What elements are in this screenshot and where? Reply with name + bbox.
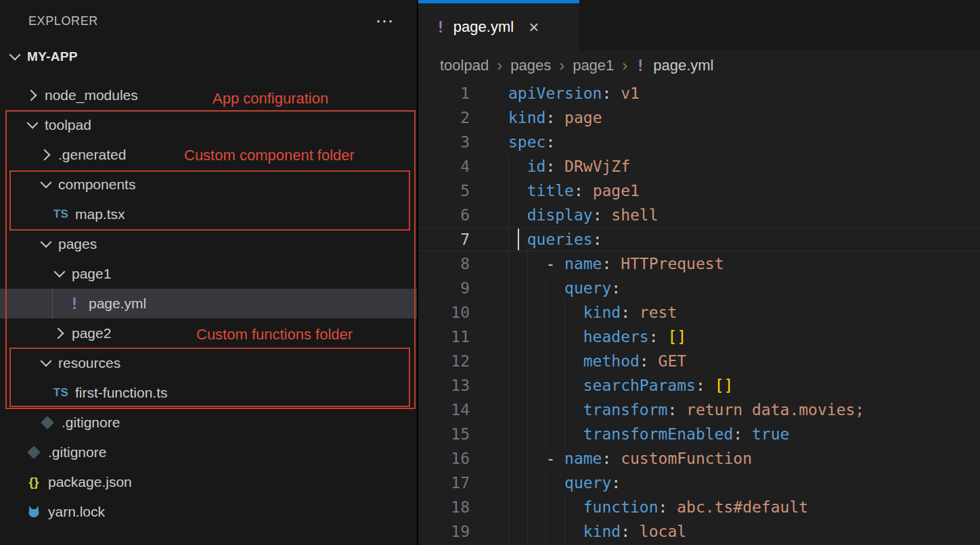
indent-guide: [545, 519, 564, 544]
tree-item-label: components: [58, 176, 135, 193]
line-content: kind: rest: [470, 300, 677, 325]
indent-guide: [545, 300, 564, 325]
code-line-12[interactable]: 12method: GET: [418, 349, 980, 373]
code-line-2[interactable]: 2kind: page: [418, 105, 980, 130]
line-number[interactable]: 6: [418, 203, 470, 227]
root-folder-label: MY-APP: [27, 49, 78, 64]
line-number[interactable]: 19: [418, 519, 470, 544]
code-editor[interactable]: 1apiVersion: v12kind: page3spec:4id: DRw…: [418, 81, 980, 545]
code-line-18[interactable]: 18function: abc.ts#default: [418, 495, 980, 519]
indent-guide: [508, 203, 527, 227]
line-number[interactable]: 11: [418, 325, 470, 349]
code-token: transformEnabled: [583, 425, 734, 443]
tree-item-first-function-ts[interactable]: TSfirst-function.ts: [0, 378, 417, 408]
code-line-14[interactable]: 14transform: return data.movies;: [418, 398, 980, 422]
code-line-17[interactable]: 17query:: [418, 471, 980, 495]
tree-item--generated[interactable]: .generated: [0, 140, 417, 170]
line-content: spec:: [470, 130, 555, 154]
tree-item-package-json[interactable]: {}package.json: [0, 467, 417, 497]
breadcrumb-item-page-yml[interactable]: page.yml: [653, 57, 713, 74]
code-line-3[interactable]: 3spec:: [418, 130, 980, 154]
line-number[interactable]: 1: [418, 81, 470, 105]
code-line-7[interactable]: 7queries:: [418, 227, 980, 252]
line-content: method: GET: [470, 349, 686, 373]
line-content: id: DRwVjZf: [470, 154, 630, 179]
code-line-8[interactable]: 8- name: HTTPrequest: [418, 252, 980, 276]
line-number[interactable]: 16: [418, 446, 470, 471]
code-line-11[interactable]: 11headers: []: [418, 325, 980, 349]
indent-guide: [508, 252, 527, 276]
line-number[interactable]: 12: [418, 349, 470, 373]
indent-guide: [527, 471, 546, 495]
indent-guide: [508, 398, 527, 422]
line-number[interactable]: 15: [418, 422, 470, 446]
breadcrumb-item-page1[interactable]: page1: [573, 57, 614, 74]
indent-guide: [527, 349, 546, 373]
tree-item-page-yml[interactable]: !page.yml: [0, 289, 417, 318]
indent-guide: [545, 495, 564, 519]
tree-item-page2[interactable]: page2: [0, 318, 417, 348]
json-braces-icon: {}: [24, 473, 43, 492]
tab-page-yml[interactable]: ! page.yml ×: [418, 0, 579, 50]
breadcrumb-item-toolpad[interactable]: toolpad: [440, 57, 489, 74]
more-actions-icon[interactable]: ⋯: [375, 12, 394, 30]
line-content: apiVersion: v1: [470, 81, 640, 105]
tree-item-pages[interactable]: pages: [0, 229, 417, 259]
breadcrumb-item-pages[interactable]: pages: [510, 57, 551, 74]
tree-item-label: package.json: [48, 474, 132, 490]
line-number[interactable]: 3: [418, 130, 470, 154]
code-line-4[interactable]: 4id: DRwVjZf: [418, 154, 980, 179]
yaml-icon: !: [65, 294, 84, 313]
code-line-10[interactable]: 10kind: rest: [418, 300, 980, 325]
code-line-16[interactable]: 16- name: customFunction: [418, 446, 980, 471]
tree-item--gitignore[interactable]: .gitignore: [0, 408, 417, 437]
line-number[interactable]: 2: [418, 105, 470, 130]
code-token: headers: [583, 328, 649, 346]
tree-root-my-app[interactable]: MY-APP: [0, 42, 417, 72]
tree-item--gitignore[interactable]: .gitignore: [0, 437, 417, 467]
tree-item-yarn-lock[interactable]: yarn.lock: [0, 497, 417, 527]
code-line-15[interactable]: 15transformEnabled: true: [418, 422, 980, 446]
line-number[interactable]: 5: [418, 179, 470, 203]
tree-item-label: page.yml: [89, 295, 146, 312]
code-token: :: [574, 182, 583, 199]
line-number[interactable]: 17: [418, 471, 470, 495]
tree-item-label: node_modules: [45, 87, 138, 103]
chevron-right-icon: [51, 325, 68, 341]
code-line-6[interactable]: 6display: shell: [418, 203, 980, 227]
code-line-13[interactable]: 13searchParams: []: [418, 373, 980, 398]
code-token: :: [593, 206, 602, 224]
code-token: :: [621, 304, 630, 321]
tree-item-page1[interactable]: page1: [0, 259, 417, 289]
tree-item-label: resources: [58, 355, 120, 371]
indent-guide: [508, 446, 527, 471]
line-number[interactable]: 4: [418, 154, 470, 179]
line-number[interactable]: 8: [418, 252, 470, 276]
code-token: :: [545, 109, 555, 126]
chevron-right-icon: [38, 147, 54, 163]
typescript-icon: TS: [51, 383, 70, 402]
tree-item-toolpad[interactable]: toolpad: [0, 110, 417, 140]
indent-guide: [564, 349, 583, 373]
line-number[interactable]: 7: [418, 227, 470, 252]
indent-guide: [508, 349, 527, 373]
breadcrumb-separator-icon: ›: [621, 56, 629, 75]
line-number[interactable]: 9: [418, 276, 470, 300]
line-number[interactable]: 13: [418, 373, 470, 398]
tree-item-node-modules[interactable]: node_modules: [0, 80, 417, 110]
line-number[interactable]: 14: [418, 398, 470, 422]
code-line-19[interactable]: 19kind: local: [418, 519, 980, 544]
tree-item-resources[interactable]: resources: [0, 348, 417, 378]
code-line-9[interactable]: 9query:: [418, 276, 980, 300]
tree-item-components[interactable]: components: [0, 170, 417, 199]
code-line-1[interactable]: 1apiVersion: v1: [418, 81, 980, 105]
tree-item-map-tsx[interactable]: TSmap.tsx: [0, 199, 417, 229]
line-content: query:: [470, 276, 621, 300]
chevron-down-icon: [38, 236, 54, 252]
line-number[interactable]: 10: [418, 300, 470, 325]
code-line-5[interactable]: 5title: page1: [418, 179, 980, 203]
line-number[interactable]: 18: [418, 495, 470, 519]
code-token: :: [602, 85, 611, 102]
close-icon[interactable]: ×: [529, 18, 539, 36]
tab-label: page.yml: [453, 18, 514, 36]
